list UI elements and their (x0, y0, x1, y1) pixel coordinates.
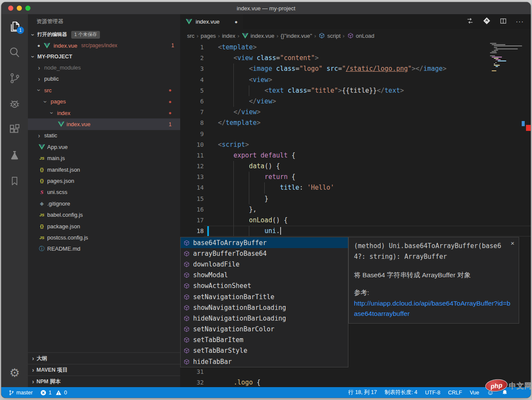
tree-item-app-vue[interactable]: App.vue (28, 141, 180, 152)
tree-item-node-modules[interactable]: ›node_modules (28, 62, 180, 73)
suggest-item-hidenavigationbarloading[interactable]: hideNavigationBarLoading (181, 313, 348, 324)
suggest-item-setnavigationbartitle[interactable]: setNavigationBarTitle (181, 291, 348, 302)
sidebar-section-npm-脚本[interactable]: ›NPM 脚本 (28, 376, 180, 387)
tree-item-src[interactable]: ›src● (28, 85, 180, 96)
breadcrumb-script[interactable]: script (318, 33, 341, 39)
tree-item-postcss-config-js[interactable]: JSpostcss.config.js (28, 232, 180, 243)
suggest-item-downloadfile[interactable]: downloadFile (181, 259, 348, 270)
code-line-6[interactable]: 6 </view> (180, 96, 531, 107)
close-icon[interactable]: × (511, 239, 514, 247)
tree-item-package-json[interactable]: {}package.json (28, 221, 180, 232)
code-line-32[interactable]: 32 .logo { (180, 377, 531, 387)
suggest-item-settabbaritem[interactable]: setTabBarItem (181, 335, 348, 345)
tree-item-public[interactable]: ›public (28, 73, 180, 85)
code-line-5[interactable]: 5 <text class="title">{{title}}</text> (180, 85, 531, 96)
code-line-10[interactable]: 10<script> (180, 139, 531, 150)
vue-file-icon (38, 144, 45, 150)
breadcrumb-index-vue[interactable]: index.vue (242, 33, 275, 39)
code-line-3[interactable]: 3 <image class="logo" src="/static/logo.… (180, 64, 531, 74)
open-editor-item[interactable]: ● index.vue src/pages/index 1 (28, 40, 180, 51)
tree-item-index-vue[interactable]: index.vue1 (28, 118, 180, 130)
tree-item-pages-json[interactable]: {}pages.json (28, 175, 180, 186)
minimize-window-button[interactable] (17, 6, 22, 11)
tree-item-pages[interactable]: ›pages● (28, 96, 180, 107)
sidebar-bottom-sections: ›大纲›MAVEN 项目›NPM 脚本 (28, 352, 180, 387)
zoom-window-button[interactable] (25, 6, 30, 11)
code-line-13[interactable]: 13 return { (180, 172, 531, 182)
prettier-icon[interactable] (483, 17, 491, 27)
suggest-item-hidetabbar[interactable]: hideTabBar (181, 356, 348, 367)
breadcrumb-onload[interactable]: onLoad (347, 33, 374, 39)
suggest-item-showmodal[interactable]: showModal (181, 270, 348, 281)
breadcrumb-pages[interactable]: pages (201, 33, 216, 39)
test-flask-icon[interactable] (4, 147, 25, 164)
symbol-cube-icon (347, 33, 354, 39)
split-editor-icon[interactable] (499, 17, 507, 27)
breadcrumb-src[interactable]: src (187, 33, 194, 39)
tree-item--gitignore[interactable]: ◆.gitignore (28, 198, 180, 209)
code-line-17[interactable]: 17 onLoad() { (180, 215, 531, 226)
code-line-14[interactable]: 14 title: 'Hello' (180, 182, 531, 193)
bookmark-icon[interactable] (4, 173, 25, 189)
tree-item-static[interactable]: ›static (28, 130, 180, 141)
code-line-11[interactable]: 11 export default { (180, 150, 531, 161)
tree-item-uni-scss[interactable]: Suni.scss (28, 187, 180, 198)
open-editors-header[interactable]: › 打开的编辑器 1 个未保存 (28, 29, 180, 40)
debug-icon[interactable] (4, 96, 25, 112)
reference-link[interactable]: http://uniapp.dcloud.io/api/base64ToArra… (354, 298, 514, 319)
tab-index-vue[interactable]: index.vue ● (180, 14, 243, 29)
project-header[interactable]: › MY-PROJECT (28, 51, 180, 62)
breadcrumb-separator: › (312, 33, 318, 39)
code-line-15[interactable]: 15 } (180, 194, 531, 204)
extensions-icon[interactable] (4, 121, 25, 138)
suggest-item-shownavigationbarloading[interactable]: showNavigationBarLoading (181, 302, 348, 313)
code-line-2[interactable]: 2 <view class="content"> (180, 53, 531, 64)
close-window-button[interactable] (8, 6, 13, 11)
settings-gear-icon[interactable]: ⚙ (4, 365, 25, 381)
tab-modified-dot[interactable]: ● (235, 19, 238, 25)
cursor-position[interactable]: 行 18, 列 17 (345, 389, 381, 396)
branch-indicator[interactable]: master (5, 390, 36, 396)
suggest-item-setnavigationbarcolor[interactable]: setNavigationBarColor (181, 324, 348, 335)
method-icon (183, 359, 190, 365)
sidebar-section-大纲[interactable]: ›大纲 (28, 352, 180, 364)
breadcrumb-index[interactable]: index (222, 33, 235, 39)
js-file-icon: JS (38, 212, 45, 217)
suggest-item-arraybuffertobase64[interactable]: arrayBufferToBase64 (181, 248, 348, 259)
tree-item-index[interactable]: ›index● (28, 107, 180, 118)
code-line-8[interactable]: 8</template> (180, 118, 531, 128)
tree-item-manifest-json[interactable]: {}manifest.json (28, 164, 180, 175)
code-line-31[interactable]: 31 (180, 367, 531, 377)
source-control-icon[interactable] (4, 70, 25, 86)
code-line-9[interactable]: 9 (180, 129, 531, 139)
suggest-item-showactionsheet[interactable]: showActionSheet (181, 281, 348, 291)
code-line-1[interactable]: 1<template> (180, 42, 531, 53)
indentation[interactable]: 制表符长度: 4 (381, 389, 421, 396)
modified-dot-icon: ● (37, 43, 40, 48)
tree-item-label: main.js (47, 155, 65, 161)
editor-group: index.vue ● (180, 14, 531, 387)
tree-item-readme-md[interactable]: ⓘREADME.md (28, 243, 180, 255)
tree-item-main-js[interactable]: JSmain.js (28, 153, 180, 164)
code-line-18[interactable]: 18 uni. (180, 226, 531, 236)
suggest-item-settabbarstyle[interactable]: setTabBarStyle (181, 345, 348, 356)
explorer-icon[interactable]: 1 (4, 18, 25, 35)
eol-sequence[interactable]: CRLF (444, 390, 466, 396)
code-line-12[interactable]: 12 data() { (180, 161, 531, 172)
language-mode[interactable]: Vue (466, 390, 483, 396)
open-changes-icon[interactable] (466, 17, 474, 27)
search-icon[interactable] (4, 44, 25, 61)
code-line-16[interactable]: 16 }, (180, 204, 531, 215)
breadcrumb--index-vue-[interactable]: {}"index.vue" (281, 33, 312, 39)
more-actions-icon[interactable]: ··· (516, 18, 524, 26)
suggest-item-base64toarraybuffer[interactable]: base64ToArrayBuffer (181, 237, 348, 248)
code-line-4[interactable]: 4 <view> (180, 75, 531, 85)
minimap[interactable] (490, 43, 522, 72)
branch-icon (9, 390, 14, 396)
sidebar-section-maven-项目[interactable]: ›MAVEN 项目 (28, 364, 180, 376)
problems-indicator[interactable]: 1 0 (36, 390, 71, 396)
tree-item-babel-config-js[interactable]: JSbabel.config.js (28, 209, 180, 220)
code-line-7[interactable]: 7 </view> (180, 107, 531, 118)
text-cursor (280, 227, 281, 235)
encoding[interactable]: UTF-8 (421, 390, 444, 396)
